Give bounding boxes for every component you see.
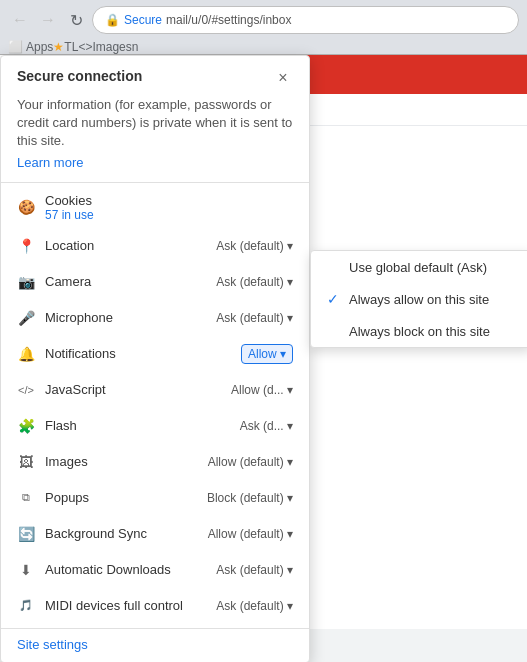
learn-more-link[interactable]: Learn more (1, 155, 309, 182)
settings-item-camera: 📷 Camera Ask (default) ▾ (1, 264, 309, 300)
auto-downloads-value[interactable]: Ask (default) ▾ (216, 563, 293, 577)
settings-item-flash: 🧩 Flash Ask (d... ▾ (1, 408, 309, 444)
bookmarks-bar: ⬜ Apps ★ TL <> Images n (0, 40, 527, 55)
flash-value[interactable]: Ask (d... ▾ (240, 419, 293, 433)
page-content: Google COMPOSE Inbox Starred Important C… (0, 55, 527, 629)
camera-label: Camera (45, 274, 216, 289)
browser-chrome: ← → ↻ 🔒 Secure mail/u/0/#settings/inbox … (0, 0, 527, 55)
secure-label: Secure (124, 13, 162, 27)
flash-icon: 🧩 (17, 418, 35, 434)
bookmark-tl[interactable]: TL (64, 40, 78, 54)
bookmark-apps[interactable]: ⬜ Apps (8, 40, 53, 54)
javascript-value[interactable]: Allow (d... ▾ (231, 383, 293, 397)
auto-downloads-label: Automatic Downloads (45, 562, 216, 577)
dropdown-item-global-default[interactable]: Use global default (Ask) (311, 251, 527, 283)
microphone-icon: 🎤 (17, 310, 35, 326)
cookies-count[interactable]: 57 in use (45, 208, 293, 222)
cookies-icon: 🍪 (17, 199, 35, 215)
settings-item-cookies: 🍪 Cookies 57 in use (1, 187, 309, 228)
popup-header: Secure connection × (1, 56, 309, 96)
location-value[interactable]: Ask (default) ▾ (216, 239, 293, 253)
settings-item-popups: ⧉ Popups Block (default) ▾ (1, 480, 309, 516)
location-icon: 📍 (17, 238, 35, 254)
forward-button[interactable]: → (36, 8, 60, 32)
popups-icon: ⧉ (17, 491, 35, 504)
red-arrow-indicator: ◄ (522, 0, 527, 24)
midi-icon: 🎵 (17, 599, 35, 612)
settings-item-midi: 🎵 MIDI devices full control Ask (default… (1, 588, 309, 624)
notifications-label: Notifications (45, 346, 241, 361)
notifications-value[interactable]: Allow ▾ (241, 344, 293, 364)
background-sync-icon: 🔄 (17, 526, 35, 542)
bookmark-images[interactable]: Images (92, 40, 131, 54)
reload-button[interactable]: ↻ (64, 8, 88, 32)
images-icon: 🖼 (17, 454, 35, 470)
bookmark-more[interactable]: n (132, 40, 139, 54)
camera-icon: 📷 (17, 274, 35, 290)
notifications-dropdown: Use global default (Ask) ✓ Always allow … (310, 250, 527, 348)
location-label: Location (45, 238, 216, 253)
dropdown-item-always-block[interactable]: Always block on this site (311, 315, 527, 347)
background-sync-label: Background Sync (45, 526, 208, 541)
settings-item-auto-downloads: ⬇ Automatic Downloads Ask (default) ▾ (1, 552, 309, 588)
back-button[interactable]: ← (8, 8, 32, 32)
lock-icon: 🔒 (105, 13, 120, 27)
javascript-label: JavaScript (45, 382, 231, 397)
flash-label: Flash (45, 418, 240, 433)
midi-label: MIDI devices full control (45, 598, 216, 613)
navigation-bar: ← → ↻ 🔒 Secure mail/u/0/#settings/inbox … (0, 0, 527, 40)
bookmark-starred[interactable]: ★ (53, 40, 64, 54)
popup-title: Secure connection (17, 68, 142, 84)
settings-item-javascript: </> JavaScript Allow (d... ▾ (1, 372, 309, 408)
popup-description: Your information (for example, passwords… (1, 96, 309, 155)
site-settings-link[interactable]: Site settings (1, 629, 309, 662)
settings-item-notifications: 🔔 Notifications Allow ▾ (1, 336, 309, 372)
bookmark-code[interactable]: <> (78, 40, 92, 54)
check-icon-allow: ✓ (327, 291, 341, 307)
images-label: Images (45, 454, 208, 469)
popup-close-button[interactable]: × (273, 68, 293, 88)
check-icon-block (327, 323, 341, 339)
javascript-icon: </> (17, 384, 35, 396)
settings-list: 🍪 Cookies 57 in use 📍 Location Ask (defa… (1, 183, 309, 628)
check-icon-global (327, 259, 341, 275)
background-sync-value[interactable]: Allow (default) ▾ (208, 527, 293, 541)
address-bar[interactable]: 🔒 Secure mail/u/0/#settings/inbox ◄ (92, 6, 519, 34)
secure-connection-popup: Secure connection × Your information (fo… (0, 55, 310, 662)
settings-item-images: 🖼 Images Allow (default) ▾ (1, 444, 309, 480)
cookies-label: Cookies (45, 193, 293, 208)
settings-item-background-sync: 🔄 Background Sync Allow (default) ▾ (1, 516, 309, 552)
popups-label: Popups (45, 490, 207, 505)
dropdown-item-always-allow[interactable]: ✓ Always allow on this site (311, 283, 527, 315)
microphone-label: Microphone (45, 310, 216, 325)
midi-value[interactable]: Ask (default) ▾ (216, 599, 293, 613)
popups-value[interactable]: Block (default) ▾ (207, 491, 293, 505)
camera-value[interactable]: Ask (default) ▾ (216, 275, 293, 289)
auto-downloads-icon: ⬇ (17, 562, 35, 578)
settings-item-location: 📍 Location Ask (default) ▾ (1, 228, 309, 264)
settings-item-microphone: 🎤 Microphone Ask (default) ▾ (1, 300, 309, 336)
notifications-icon: 🔔 (17, 346, 35, 362)
microphone-value[interactable]: Ask (default) ▾ (216, 311, 293, 325)
images-value[interactable]: Allow (default) ▾ (208, 455, 293, 469)
url-text: mail/u/0/#settings/inbox (166, 13, 506, 27)
